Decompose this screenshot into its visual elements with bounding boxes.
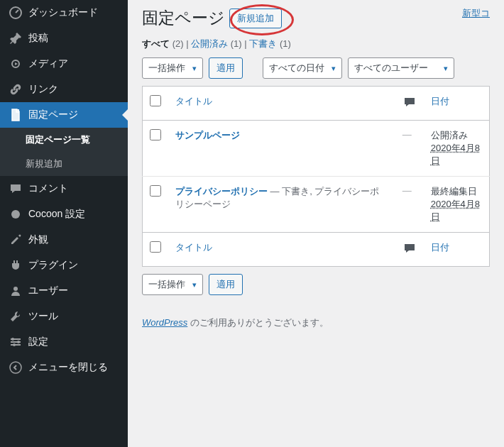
menu-collapse[interactable]: メニューを閉じる xyxy=(0,355,128,380)
tablenav-bottom: 一括操作 適用 xyxy=(142,274,490,295)
menu-appearance[interactable]: 外観 xyxy=(0,227,128,253)
filter-draft-count: (1) xyxy=(280,38,291,49)
submenu-pages: 固定ページ一覧 新規追加 xyxy=(0,128,128,176)
col-comments-foot[interactable] xyxy=(395,233,424,267)
table-row: プライバシーポリシー — 下書き, プライバシーポリシーページ — 最終編集日2… xyxy=(143,177,490,233)
menu-users[interactable]: ユーザー xyxy=(0,278,128,304)
filter-all[interactable]: すべて xyxy=(142,38,170,49)
tablenav-top: 一括操作 適用 すべての日付 すべてのユーザー xyxy=(142,57,490,79)
comment-icon xyxy=(9,182,23,196)
comment-bubble-icon xyxy=(402,95,417,109)
menu-posts[interactable]: 投稿 xyxy=(0,26,128,51)
menu-label: ユーザー xyxy=(28,285,68,297)
collapse-icon xyxy=(9,360,23,375)
col-date[interactable]: 日付 xyxy=(424,87,490,121)
submenu-pages-add[interactable]: 新規追加 xyxy=(0,152,128,176)
col-title-foot[interactable]: タイトル xyxy=(168,233,395,267)
row-title-link[interactable]: サンプルページ xyxy=(175,130,240,140)
menu-cocoon[interactable]: Cocoon 設定 xyxy=(0,202,128,227)
svg-point-8 xyxy=(11,338,14,341)
menu-comments[interactable]: コメント xyxy=(0,176,128,202)
select-all-checkbox-foot[interactable] xyxy=(150,241,161,253)
filter-all-count: (2) xyxy=(172,38,184,49)
menu-label: 固定ページ xyxy=(28,109,78,121)
cocoon-icon xyxy=(9,207,23,221)
row-checkbox[interactable] xyxy=(150,129,161,140)
dashboard-icon xyxy=(9,6,23,20)
apply-button-top[interactable]: 適用 xyxy=(209,57,243,79)
svg-point-11 xyxy=(10,362,21,373)
main-content: 新型コ 固定ページ 新規追加 すべて (2) | 公開済み (1) | 下書き … xyxy=(128,0,504,447)
row-comment-dash: — xyxy=(402,129,412,140)
menu-label: ダッシュボード xyxy=(28,6,98,19)
col-comments[interactable] xyxy=(395,87,424,121)
menu-label: Cocoon 設定 xyxy=(28,208,85,221)
tool-icon xyxy=(9,309,23,324)
page-title: 固定ページ xyxy=(142,7,225,29)
select-all-header xyxy=(143,87,169,121)
col-date-foot[interactable]: 日付 xyxy=(424,233,490,267)
bulk-action-select[interactable]: 一括操作 xyxy=(142,57,203,79)
menu-label: プラグイン xyxy=(28,259,78,272)
appearance-icon xyxy=(9,233,23,247)
menu-settings[interactable]: 設定 xyxy=(0,329,128,355)
menu-links[interactable]: リンク xyxy=(0,77,128,102)
svg-point-10 xyxy=(13,343,16,346)
top-notice-link[interactable]: 新型コ xyxy=(462,7,490,20)
admin-sidebar: ダッシュボード 投稿 メディア リンク 固定ページ 固定ページ一覧 新規追加 コ… xyxy=(0,0,128,447)
wordpress-link[interactable]: WordPress xyxy=(142,317,187,328)
menu-media[interactable]: メディア xyxy=(0,51,128,77)
row-date-value: 2020年4月8日 xyxy=(431,143,480,166)
apply-button-bottom[interactable]: 適用 xyxy=(209,274,243,295)
plugin-icon xyxy=(9,258,23,272)
user-filter-select[interactable]: すべてのユーザー xyxy=(348,57,454,79)
row-date-status: 最終編集日 xyxy=(431,186,477,197)
table-row: サンプルページ — 公開済み2020年4月8日 xyxy=(143,121,490,177)
row-date-value: 2020年4月8日 xyxy=(431,199,480,222)
svg-point-9 xyxy=(17,341,20,343)
menu-dashboard[interactable]: ダッシュボード xyxy=(0,0,128,26)
row-date-status: 公開済み xyxy=(431,130,468,140)
footer-thanks: WordPress のご利用ありがとうございます。 xyxy=(142,316,490,329)
settings-icon xyxy=(9,335,23,349)
filter-draft[interactable]: 下書き xyxy=(249,38,277,49)
media-icon xyxy=(9,57,23,71)
add-new-button[interactable]: 新規追加 xyxy=(229,9,282,28)
status-filters: すべて (2) | 公開済み (1) | 下書き (1) xyxy=(142,38,490,50)
menu-label: メディア xyxy=(28,57,68,70)
date-filter-select[interactable]: すべての日付 xyxy=(263,57,342,79)
svg-point-4 xyxy=(13,287,18,291)
menu-label: 投稿 xyxy=(28,32,48,45)
col-title[interactable]: タイトル xyxy=(168,87,395,121)
page-icon xyxy=(9,108,23,122)
menu-label: 外観 xyxy=(28,233,48,246)
menu-pages[interactable]: 固定ページ xyxy=(0,102,128,128)
svg-rect-2 xyxy=(12,109,19,121)
page-header: 固定ページ 新規追加 xyxy=(142,7,490,29)
menu-plugins[interactable]: プラグイン xyxy=(0,253,128,278)
row-checkbox[interactable] xyxy=(150,185,161,197)
link-icon xyxy=(9,82,23,96)
menu-label: リンク xyxy=(28,83,58,96)
row-comment-dash: — xyxy=(402,185,412,196)
filter-published-count: (1) xyxy=(231,38,242,49)
menu-tools[interactable]: ツール xyxy=(0,304,128,329)
submenu-pages-list[interactable]: 固定ページ一覧 xyxy=(0,128,128,152)
comment-bubble-icon xyxy=(402,241,417,255)
bulk-action-select-bottom[interactable]: 一括操作 xyxy=(142,274,203,295)
menu-label: 設定 xyxy=(28,336,48,348)
svg-point-3 xyxy=(11,210,20,219)
select-all-checkbox[interactable] xyxy=(150,95,161,106)
menu-label: コメント xyxy=(28,182,68,195)
user-icon xyxy=(9,284,23,298)
menu-label: メニューを閉じる xyxy=(28,361,108,374)
pin-icon xyxy=(9,31,23,45)
filter-published[interactable]: 公開済み xyxy=(191,38,228,49)
row-title-link[interactable]: プライバシーポリシー xyxy=(175,186,268,197)
pages-table: タイトル 日付 サンプルページ — 公開済み2020年4月8日 プライバシーポリ… xyxy=(142,86,490,267)
menu-label: ツール xyxy=(28,310,58,323)
